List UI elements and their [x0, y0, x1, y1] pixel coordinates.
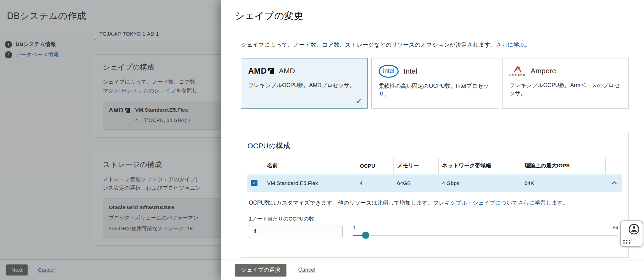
drag-handle-dots-icon — [623, 240, 631, 244]
ocpu-config-title: OCPUの構成 — [247, 141, 622, 151]
selected-check-icon: ✓ — [356, 97, 362, 105]
flexible-shape-link[interactable]: フレキシブル・シェイプについてさらに学習します — [433, 200, 563, 206]
family-desc: フレキシブルOCPU数。Armベースのプロセッサ。 — [509, 81, 622, 97]
row-shape-name: VM.Standard.E5.Flex — [267, 180, 318, 186]
panel-body: シェイプによって、ノード数、コア数、ストレージなどのリソースのオプションが決定さ… — [221, 31, 644, 260]
family-card-intel[interactable]: intel Intel 柔軟性の高い固定のOCPU数。Intelプロセッサ。 — [371, 58, 498, 109]
col-header-expand — [605, 158, 622, 174]
shape-table: 名前 OCPU メモリー ネットワーク帯域幅 理論上の最大IOPS ✓ — [247, 158, 622, 192]
shape-family-cards: AMD AMD フレキシブルOCPU数。AMDプロセッサ。 ✓ intel In… — [241, 58, 629, 109]
family-name: Intel — [403, 67, 417, 75]
panel-cancel-link[interactable]: Cancel — [298, 267, 315, 273]
row-bandwidth-value: 4 Gbps — [439, 174, 521, 192]
screen: DBシステムの作成 1 DBシステム情報 2 データベース情報 TGJA:AP-… — [0, 0, 644, 280]
col-header-memory: メモリー — [394, 158, 439, 174]
amd-arrow-icon — [268, 68, 274, 74]
ocpu-per-node-label: 1ノード当たりのOCPUの数 — [249, 216, 621, 222]
row-checkbox[interactable]: ✓ — [251, 180, 257, 186]
family-name: Ampere — [531, 67, 556, 75]
family-desc: 柔軟性の高い固定のOCPU数。Intelプロセッサ。 — [379, 82, 491, 98]
checkbox-check-icon: ✓ — [252, 180, 256, 186]
family-name: AMD — [279, 67, 295, 75]
family-desc: フレキシブルOCPU数。AMDプロセッサ。 — [248, 81, 360, 89]
slider-track[interactable] — [353, 235, 618, 236]
row-collapse-toggle[interactable] — [605, 174, 622, 192]
panel-footer: シェイプの選択 Cancel — [221, 260, 644, 280]
ampere-logo-icon: AMPERE — [509, 66, 526, 76]
slider-handle[interactable] — [362, 232, 369, 239]
ocpu-note: OCPU数はカスタマイズできます。他のリソースは比例して増加します。フレキシブル… — [249, 199, 621, 207]
change-shape-panel: シェイプの変更 シェイプによって、ノード数、コア数、ストレージなどのリソースのオ… — [221, 0, 644, 280]
row-iops-value: 64K — [521, 174, 605, 192]
family-card-ampere[interactable]: AMPERE Ampere フレキシブルOCPU数。Armベースのプロセッサ。 — [502, 58, 629, 109]
family-card-amd[interactable]: AMD AMD フレキシブルOCPU数。AMDプロセッサ。 ✓ — [241, 58, 368, 109]
chevron-up-icon — [611, 181, 617, 185]
slider-max-label: 64 — [613, 225, 618, 230]
panel-title: シェイプの変更 — [235, 9, 644, 22]
accessibility-widget[interactable] — [620, 221, 643, 247]
amd-logo-icon: AMD — [248, 66, 274, 76]
table-row-shape[interactable]: ✓ VM.Standard.E5.Flex 4 64GB 4 Gbps 64K — [247, 174, 622, 192]
row-expanded-detail: OCPU数はカスタマイズできます。他のリソースは比例して増加します。フレキシブル… — [247, 192, 622, 242]
select-shape-button[interactable]: シェイプの選択 — [235, 264, 286, 277]
accessibility-person-icon — [628, 223, 640, 235]
panel-intro: シェイプによって、ノード数、コア数、ストレージなどのリソースのオプションが決定さ… — [241, 40, 629, 49]
learn-more-link[interactable]: さらに学ぶ — [496, 41, 525, 48]
ocpu-slider: 1 64 — [353, 225, 618, 242]
intel-logo-icon: intel — [379, 65, 399, 78]
row-ocpu-value: 4 — [356, 174, 394, 192]
ocpu-config-section: OCPUの構成 名前 OCPU メモリー ネットワーク帯域幅 理論上の最大IOP… — [241, 132, 629, 258]
panel-header: シェイプの変更 — [221, 0, 644, 31]
row-memory-value: 64GB — [394, 174, 439, 192]
col-header-ocpu: OCPU — [356, 158, 394, 174]
ocpu-count-input[interactable] — [249, 225, 343, 238]
slider-min-label: 1 — [353, 225, 355, 230]
col-header-bandwidth: ネットワーク帯域幅 — [439, 158, 521, 174]
col-header-name: 名前 — [247, 158, 356, 174]
col-header-iops: 理論上の最大IOPS — [521, 158, 605, 174]
